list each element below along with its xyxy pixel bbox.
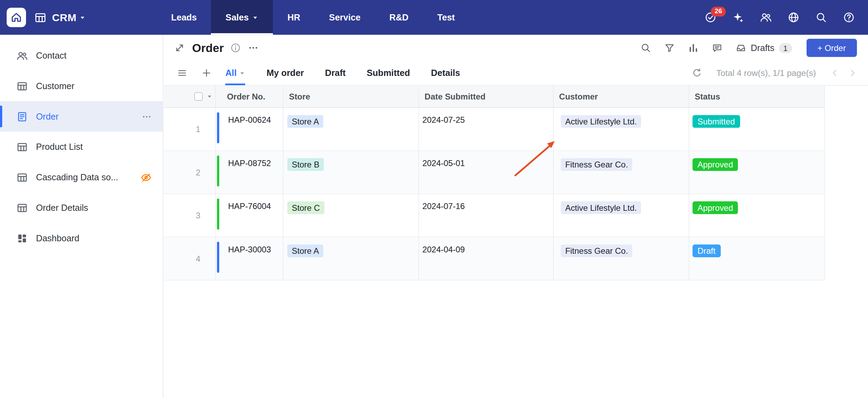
comments-button[interactable] [712, 43, 722, 53]
select-all-checkbox[interactable] [194, 92, 203, 101]
sidebar-item-contact[interactable]: Contact [0, 40, 163, 71]
cell-date-submitted[interactable]: 2024-07-25 [419, 108, 554, 150]
cell-customer[interactable]: Fitness Gear Co. [554, 151, 689, 194]
caret-down-icon[interactable] [206, 94, 213, 100]
table-row[interactable]: 1HAP-00624Store A2024-07-25Active Lifest… [164, 108, 825, 151]
cell-store[interactable]: Store B [283, 151, 419, 194]
column-header-date-submitted[interactable]: Date Submitted [419, 86, 554, 107]
add-order-button[interactable]: + Order [806, 39, 857, 57]
view-tab-details[interactable]: Details [431, 61, 460, 85]
top-navbar: CRM LeadsSalesHRServiceR&DTest 26 [0, 0, 868, 35]
cell-status[interactable]: Approved [689, 194, 825, 237]
sidebar-item-order[interactable]: Order [0, 101, 163, 132]
tasks-button[interactable]: 26 [705, 12, 716, 24]
sidebar-items: ContactCustomerOrderProduct ListCascadin… [0, 40, 163, 253]
globe-icon [788, 12, 800, 24]
cell-date-submitted[interactable]: 2024-04-09 [419, 237, 554, 280]
row-number[interactable]: 4 [164, 237, 216, 280]
collaborators-button[interactable] [760, 12, 772, 24]
help-icon [843, 12, 855, 24]
cell-status[interactable]: Submitted [689, 108, 825, 150]
topbar-left: CRM [0, 0, 86, 35]
filter-button[interactable] [664, 43, 675, 53]
chevron-right-icon [848, 69, 857, 78]
automations-button[interactable] [732, 12, 744, 24]
cell-date-submitted[interactable]: 2024-07-16 [419, 194, 554, 237]
cell-order-no[interactable]: HAP-76004 [216, 194, 283, 237]
view-toolbar: AllMy orderDraftSubmittedDetails Total 4… [164, 61, 868, 86]
search-table-button[interactable] [641, 43, 651, 53]
sidebar-item-dashboard[interactable]: Dashboard [0, 223, 163, 253]
sidebar-item-customer[interactable]: Customer [0, 71, 163, 101]
cell-order-no[interactable]: HAP-08752 [216, 151, 283, 194]
orders-table: Order No.StoreDate SubmittedCustomerStat… [164, 86, 825, 280]
nav-tab-leads[interactable]: Leads [157, 0, 211, 35]
add-view-button[interactable] [202, 68, 212, 78]
table-row[interactable]: 3HAP-76004Store C2024-07-16Active Lifest… [164, 194, 825, 237]
view-list-icon[interactable] [177, 68, 187, 78]
column-header-status[interactable]: Status [689, 86, 825, 107]
view-tab-all[interactable]: All [225, 61, 245, 85]
view-tab-my-order[interactable]: My order [266, 61, 304, 85]
table-row[interactable]: 2HAP-08752Store B2024-05-01Fitness Gear … [164, 151, 825, 194]
eye-off-icon[interactable] [141, 172, 152, 183]
column-label: Order No. [227, 92, 265, 101]
sidebar-item-order-details[interactable]: Order Details [0, 192, 163, 223]
expand-icon[interactable] [175, 43, 185, 53]
statistics-button[interactable] [688, 43, 699, 53]
drafts-button[interactable]: Drafts 1 [736, 43, 792, 53]
cell-store[interactable]: Store C [283, 194, 419, 237]
sidebar-item-label: Order Details [36, 203, 152, 213]
view-tab-submitted[interactable]: Submitted [367, 61, 410, 85]
pager [830, 69, 857, 78]
view-tab-label: My order [266, 68, 304, 78]
nav-tab-sales[interactable]: Sales [211, 0, 273, 35]
status-badge: Approved [692, 201, 738, 214]
more-icon[interactable] [248, 43, 258, 53]
cell-status[interactable]: Draft [689, 237, 825, 280]
cell-customer[interactable]: Active Lifestyle Ltd. [554, 108, 689, 150]
cell-date-submitted[interactable]: 2024-05-01 [419, 151, 554, 194]
refresh-button[interactable] [692, 68, 702, 78]
column-header-customer[interactable]: Customer [554, 86, 689, 107]
nav-tab-hr[interactable]: HR [273, 0, 315, 35]
row-number[interactable]: 3 [164, 194, 216, 237]
nav-tab-test[interactable]: Test [423, 0, 469, 35]
more-icon[interactable] [142, 112, 152, 122]
search-button[interactable] [815, 12, 827, 24]
view-tab-label: Draft [325, 68, 346, 78]
date-text: 2024-07-25 [422, 115, 465, 124]
cell-store[interactable]: Store A [283, 237, 419, 280]
view-tab-draft[interactable]: Draft [325, 61, 346, 85]
table-row[interactable]: 4HAP-30003Store A2024-04-09Fitness Gear … [164, 237, 825, 280]
help-button[interactable] [843, 12, 855, 24]
date-text: 2024-04-09 [422, 244, 465, 254]
cell-customer[interactable]: Fitness Gear Co. [554, 237, 689, 280]
language-button[interactable] [788, 12, 800, 24]
info-icon[interactable] [230, 43, 241, 53]
caret-down-icon [239, 70, 246, 76]
plus-icon [202, 68, 212, 78]
order-no-text: HAP-76004 [228, 201, 271, 211]
row-number[interactable]: 1 [164, 108, 216, 150]
nav-tab-label: Sales [225, 12, 249, 23]
column-header-order-no[interactable]: Order No. [216, 86, 283, 107]
cell-order-no[interactable]: HAP-30003 [216, 237, 283, 280]
cell-customer[interactable]: Active Lifestyle Ltd. [554, 194, 689, 237]
nav-tab-service[interactable]: Service [315, 0, 375, 35]
cell-store[interactable]: Store A [283, 108, 419, 150]
home-button[interactable] [7, 8, 26, 27]
prev-page-button[interactable] [830, 69, 839, 78]
caret-down-icon[interactable] [79, 14, 86, 21]
nav-tab-r-d[interactable]: R&D [375, 0, 423, 35]
cell-status[interactable]: Approved [689, 151, 825, 194]
next-page-button[interactable] [848, 69, 857, 78]
store-tag: Store C [287, 201, 324, 214]
filter-icon [664, 43, 675, 53]
row-number[interactable]: 2 [164, 151, 216, 194]
column-header-store[interactable]: Store [283, 86, 419, 107]
cell-order-no[interactable]: HAP-00624 [216, 108, 283, 150]
sidebar-item-product-list[interactable]: Product List [0, 132, 163, 162]
base-title[interactable]: CRM [52, 11, 76, 24]
sidebar-item-cascading-data-so[interactable]: Cascading Data so... [0, 162, 163, 193]
